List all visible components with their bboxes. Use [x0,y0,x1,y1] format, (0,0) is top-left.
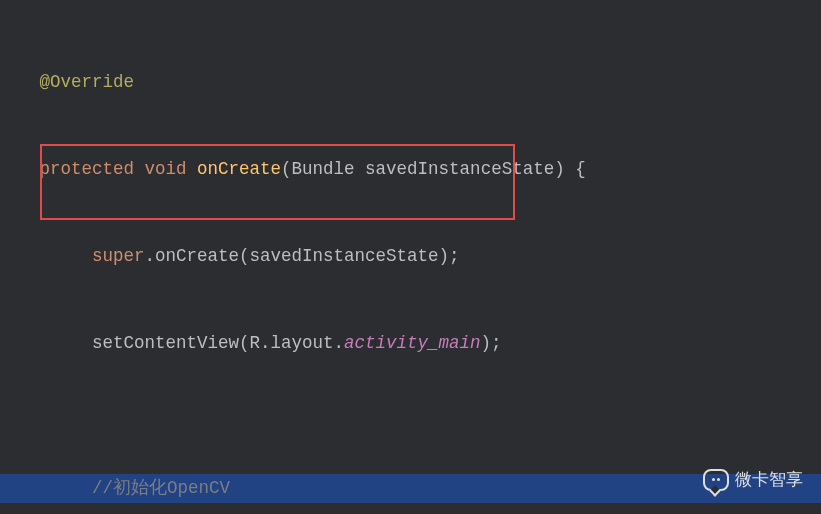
watermark-text: 微卡智享 [735,465,803,494]
wechat-icon [703,469,729,491]
code-editor[interactable]: @Override protected void onCreate(Bundle… [0,0,821,514]
method-name: onCreate [197,159,281,179]
code-line[interactable]: @Override [0,68,821,97]
field-ref: activity_main [344,333,481,353]
code-line[interactable]: super.onCreate(savedInstanceState); [0,242,821,271]
annotation: @Override [40,72,135,92]
code-line[interactable]: protected void onCreate(Bundle savedInst… [0,155,821,184]
comment: //初始化OpenCV [92,478,230,498]
watermark: 微卡智享 [703,465,803,494]
code-line[interactable]: setContentView(R.layout.activity_main); [0,329,821,358]
code-line-selected[interactable]: //初始化OpenCV [0,474,821,503]
